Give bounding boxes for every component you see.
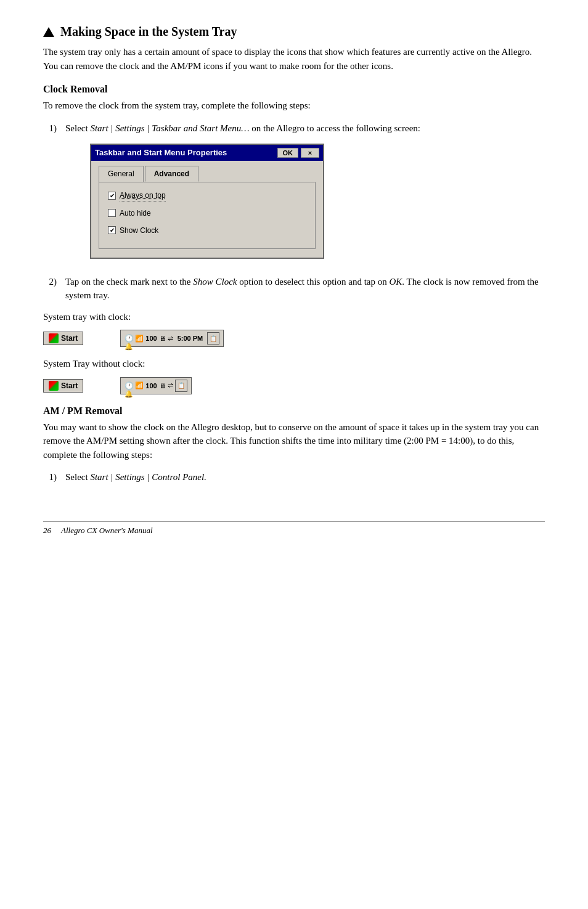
step1-text: Select — [65, 123, 90, 133]
dialog-tabs: General Advanced — [99, 166, 316, 182]
footer-manual-title: Allegro CX Owner's Manual — [61, 526, 153, 535]
dialog-screenshot: Taskbar and Start Menu Properties OK × G… — [90, 144, 324, 259]
battery-full-icon-2: 100 — [145, 382, 157, 389]
section-title-text: Making Space in the System Tray — [60, 25, 237, 39]
connection-icon: ⇌ — [168, 335, 173, 343]
checkbox-auto-hide-label: Auto hide — [120, 208, 151, 219]
footer: 26 Allegro CX Owner's Manual — [43, 521, 545, 536]
checkbox-auto-hide: Auto hide — [108, 208, 306, 219]
clock-removal-intro: To remove the clock from the system tray… — [43, 99, 545, 113]
tray-edge-button[interactable]: 📋 — [207, 332, 219, 344]
step1-suffix: on the Allegro to access the following s… — [250, 123, 420, 133]
tray-with-clock-label: System tray with clock: — [43, 310, 545, 324]
network-icon-2: 🖥 — [159, 382, 166, 389]
tab-advanced[interactable]: Advanced — [145, 166, 198, 182]
alarm-icon-2: 🔔 — [125, 381, 133, 390]
dialog-titlebar: Taskbar and Start Menu Properties OK × — [91, 145, 323, 161]
step-1: 1) Select Start | Settings | Taskbar and… — [43, 121, 545, 267]
start-button-no-clock[interactable]: Start — [43, 379, 83, 393]
step2-suffix: option to deselect this option and tap o… — [237, 277, 389, 287]
battery-full-icon: 100 — [145, 335, 157, 342]
start-button-with-clock[interactable]: Start — [43, 332, 83, 345]
triangle-icon — [43, 27, 54, 37]
dialog-body: General Advanced Always on top Auto hide — [91, 161, 323, 258]
tray-time: 5:00 PM — [178, 335, 203, 342]
checkbox-always-on-top-label: Always on top — [120, 190, 166, 202]
start-label: Start — [61, 334, 78, 343]
checkbox-always-on-top-box[interactable] — [108, 192, 116, 200]
section-title: Making Space in the System Tray — [43, 25, 545, 39]
tray-icons-no-clock: 🔔 📶 100 🖥 ⇌ 📋 — [120, 377, 191, 394]
signal-icon-2: 📶 — [135, 381, 144, 389]
page-content: Making Space in the System Tray The syst… — [43, 25, 545, 536]
checkbox-show-clock-label: Show Clock — [120, 225, 158, 236]
am-pm-step1-text: Select — [65, 472, 90, 482]
tray-with-clock-row: Start 🔔 📶 100 🖥 ⇌ 5:00 PM 📋 — [43, 330, 545, 347]
step-2: 2) Tap on the check mark next to the Sho… — [43, 275, 545, 303]
intro-paragraph: The system tray only has a certain amoun… — [43, 45, 545, 73]
step-1-number: 1) — [43, 121, 57, 267]
checkbox-show-clock: Show Clock — [108, 225, 306, 236]
step1-italic: Start | Settings | Taskbar and Start Men… — [90, 123, 249, 133]
checkbox-show-clock-box[interactable] — [108, 226, 116, 234]
tab-general[interactable]: General — [99, 166, 144, 182]
windows-logo-icon — [49, 333, 59, 343]
am-pm-step-1-content: Select Start | Settings | Control Panel. — [65, 470, 545, 484]
am-pm-step-1-number: 1) — [43, 470, 57, 484]
am-pm-step-1: 1) Select Start | Settings | Control Pan… — [43, 470, 545, 484]
am-pm-heading: AM / PM Removal — [43, 406, 545, 417]
checkbox-auto-hide-box[interactable] — [108, 209, 116, 217]
footer-spacer — [53, 526, 59, 535]
tray-without-clock-label: System Tray without clock: — [43, 357, 545, 371]
step2-text: Tap on the check mark next to the — [65, 277, 193, 287]
dialog-ok-button[interactable]: OK — [277, 148, 299, 158]
am-pm-body: You may want to show the clock on the Al… — [43, 420, 545, 462]
tray-icons-with-clock: 🔔 📶 100 🖥 ⇌ 5:00 PM 📋 — [120, 330, 224, 347]
signal-icon: 📶 — [135, 335, 144, 343]
dialog-close-button[interactable]: × — [301, 148, 319, 158]
footer-page-number: 26 — [43, 526, 51, 535]
tray-edge-button-2[interactable]: 📋 — [175, 380, 187, 392]
tray-without-clock-row: Start 🔔 📶 100 🖥 ⇌ 📋 — [43, 377, 545, 394]
step-2-number: 2) — [43, 275, 57, 303]
step2-ok: OK — [390, 277, 402, 287]
step2-italic: Show Clock — [193, 277, 237, 287]
connection-icon-2: ⇌ — [168, 381, 173, 389]
checkbox-always-on-top: Always on top — [108, 190, 306, 202]
windows-logo-icon-2 — [49, 381, 59, 391]
step-2-content: Tap on the check mark next to the Show C… — [65, 275, 545, 303]
am-pm-step1-italic: Start | Settings | Control Panel. — [90, 472, 206, 482]
clock-removal-heading: Clock Removal — [43, 84, 545, 95]
start-label-2: Start — [61, 381, 78, 390]
alarm-icon: 🔔 — [125, 334, 133, 343]
network-icon: 🖥 — [159, 335, 166, 342]
dialog-titlebar-buttons: OK × — [277, 148, 320, 158]
dialog-title: Taskbar and Start Menu Properties — [95, 147, 227, 159]
dialog-panel: Always on top Auto hide Show Clock — [99, 182, 316, 249]
step-1-content: Select Start | Settings | Taskbar and St… — [65, 121, 545, 267]
